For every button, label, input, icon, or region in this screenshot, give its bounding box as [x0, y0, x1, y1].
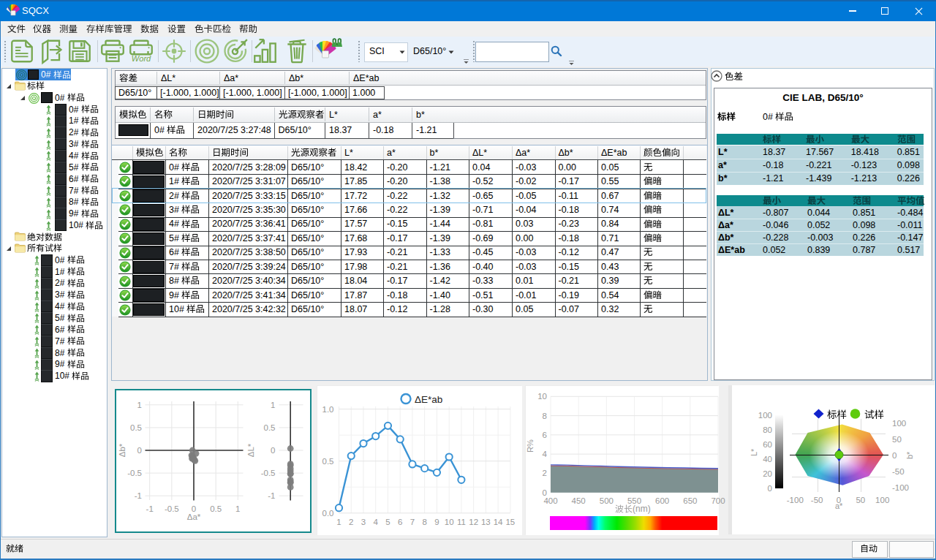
svg-text:13: 13: [481, 518, 491, 526]
svg-text:1: 1: [336, 518, 341, 526]
svg-text:5: 5: [385, 518, 390, 526]
svg-text:8: 8: [422, 518, 426, 526]
svg-text:ΔE*ab: ΔE*ab: [415, 394, 442, 405]
svg-text:4: 4: [543, 450, 548, 458]
svg-text:400: 400: [543, 496, 557, 505]
svg-text:-0.5: -0.5: [260, 469, 275, 477]
svg-text:7: 7: [410, 518, 415, 526]
svg-text:6: 6: [543, 431, 547, 439]
svg-text:10: 10: [537, 392, 547, 401]
svg-text:0.5: 0.5: [210, 504, 222, 513]
svg-text:-1: -1: [146, 504, 153, 513]
svg-text:1: 1: [271, 401, 275, 409]
svg-text:-1: -1: [134, 491, 141, 500]
svg-text:8: 8: [543, 412, 547, 420]
svg-text:2: 2: [543, 469, 547, 477]
svg-text:6: 6: [398, 518, 402, 526]
svg-text:0.0: 0.0: [322, 509, 334, 518]
svg-text:12: 12: [469, 518, 478, 526]
svg-text:15: 15: [505, 518, 515, 526]
svg-text:0: 0: [137, 446, 141, 455]
svg-text:Δb*: Δb*: [117, 443, 126, 457]
svg-text:-1: -1: [268, 491, 275, 500]
svg-text:Δa*: Δa*: [186, 512, 200, 521]
svg-text:450: 450: [572, 496, 586, 505]
svg-text:Word: Word: [132, 54, 151, 63]
svg-text:11: 11: [457, 518, 466, 526]
svg-text:1: 1: [235, 504, 240, 513]
svg-text:700: 700: [711, 496, 725, 505]
svg-text:10: 10: [445, 518, 454, 526]
svg-text:650: 650: [683, 496, 697, 505]
svg-text:-0.5: -0.5: [127, 469, 142, 477]
svg-text:0.5: 0.5: [130, 423, 142, 432]
svg-text:600: 600: [655, 496, 669, 505]
svg-text:9: 9: [434, 518, 439, 526]
svg-text:0.5: 0.5: [322, 457, 334, 466]
svg-text:2: 2: [349, 518, 353, 526]
svg-text:14: 14: [494, 518, 503, 526]
svg-text:4: 4: [374, 518, 379, 526]
svg-text:ΔL*: ΔL*: [246, 443, 254, 457]
svg-text:1.0: 1.0: [322, 405, 334, 414]
svg-text:1: 1: [137, 401, 141, 409]
svg-text:R%: R%: [526, 439, 535, 453]
svg-text:500: 500: [600, 496, 614, 505]
svg-text:0.5: 0.5: [263, 423, 275, 432]
svg-text:3: 3: [361, 518, 366, 526]
svg-text:-0.5: -0.5: [164, 504, 178, 513]
svg-text:0: 0: [271, 446, 275, 455]
